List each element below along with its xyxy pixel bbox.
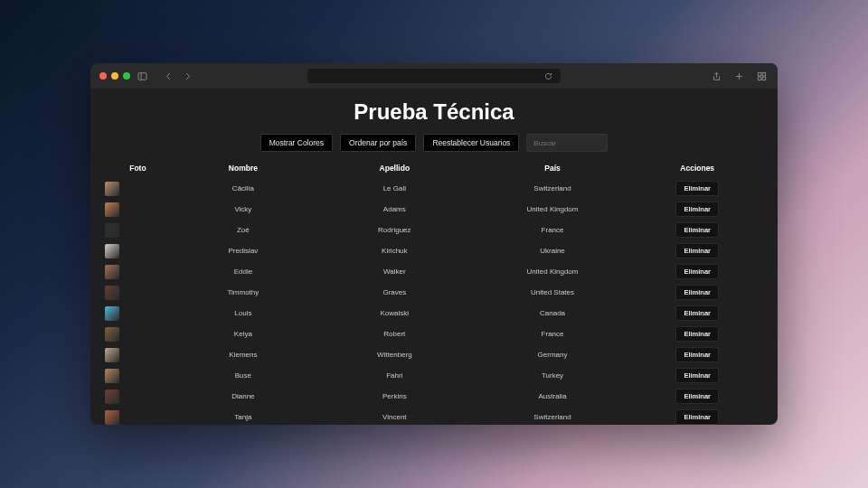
toolbar: Mostrar Colores Ordenar por país Reestab… [105, 134, 763, 152]
svg-rect-0 [138, 72, 146, 80]
back-button[interactable] [162, 71, 175, 81]
avatar [105, 410, 119, 425]
cell-name: Buse [171, 365, 316, 386]
avatar [105, 389, 119, 404]
avatar [105, 244, 119, 258]
header-actions: Acciones [631, 161, 763, 178]
cell-country: Canada [474, 303, 632, 324]
cell-name: Zoé [171, 220, 316, 240]
new-tab-icon[interactable] [732, 71, 746, 81]
cell-name: Cäcilia [171, 178, 316, 199]
cell-surname: Walker [316, 261, 474, 282]
avatar [105, 202, 119, 217]
avatar [105, 306, 119, 321]
share-icon[interactable] [710, 71, 723, 81]
header-country: País [474, 161, 632, 178]
avatar [105, 265, 119, 279]
delete-button[interactable]: Eliminar [675, 347, 719, 362]
table-row: BuseFahriTurkeyEliminar [105, 365, 763, 386]
table-row: KelyaRobertFranceEliminar [105, 324, 763, 344]
page-title: Prueba Técnica [105, 99, 763, 125]
table-row: CäciliaLe GallSwitzerlandEliminar [105, 178, 763, 199]
sort-by-country-button[interactable]: Ordenar por país [340, 134, 416, 152]
table-row: EddieWalkerUnited KingdomEliminar [105, 261, 763, 282]
table-row: TimmothyGravesUnited StatesEliminar [105, 282, 763, 303]
delete-button[interactable]: Eliminar [675, 285, 719, 300]
table-row: TanjaVincentSwitzerlandEliminar [105, 407, 763, 425]
cell-name: Klemens [171, 344, 316, 365]
cell-name: Eddie [171, 261, 316, 282]
cell-surname: Perkins [316, 386, 474, 407]
delete-button[interactable]: Eliminar [675, 326, 719, 342]
cell-country: United Kingdom [474, 261, 632, 282]
header-name: Nombre [171, 161, 316, 178]
cell-country: Turkey [474, 365, 632, 386]
cell-country: Germany [474, 344, 632, 365]
delete-button[interactable]: Eliminar [675, 202, 719, 217]
table-row: PredislavKirichukUkraineEliminar [105, 240, 763, 261]
header-photo: Foto [105, 161, 171, 178]
users-table: Foto Nombre Apellido País Acciones Cäcil… [105, 161, 763, 425]
maximize-window-button[interactable] [123, 72, 130, 80]
sidebar-toggle-icon[interactable] [136, 71, 149, 81]
avatar [105, 348, 119, 362]
titlebar [90, 63, 778, 89]
avatar [105, 286, 119, 300]
delete-button[interactable]: Eliminar [675, 243, 719, 258]
delete-button[interactable]: Eliminar [675, 368, 719, 383]
delete-button[interactable]: Eliminar [675, 264, 719, 279]
delete-button[interactable]: Eliminar [675, 409, 719, 425]
cell-surname: Vincent [316, 407, 474, 425]
cell-surname: Graves [316, 282, 474, 303]
cell-surname: Fahri [316, 365, 474, 386]
close-window-button[interactable] [99, 72, 107, 80]
browser-window: Prueba Técnica Mostrar Colores Ordenar p… [90, 63, 778, 425]
search-input[interactable] [526, 134, 608, 152]
cell-name: Kelya [171, 324, 316, 344]
avatar [105, 182, 119, 196]
cell-country: United States [474, 282, 632, 303]
cell-country: France [474, 220, 632, 240]
cell-country: France [474, 324, 632, 344]
cell-country: Australia [474, 386, 632, 407]
cell-country: Ukraine [474, 240, 632, 261]
cell-surname: Robert [316, 324, 474, 344]
table-row: VickyAdamsUnited KingdomEliminar [105, 199, 763, 220]
tabs-overview-icon[interactable] [755, 71, 769, 81]
cell-country: Switzerland [474, 178, 632, 199]
cell-surname: Adams [316, 199, 474, 220]
svg-rect-7 [762, 77, 765, 80]
cell-name: Vicky [171, 199, 316, 220]
table-row: DiannePerkinsAustraliaEliminar [105, 386, 763, 407]
table-row: ZoéRodriguezFranceEliminar [105, 220, 763, 240]
header-surname: Apellido [316, 161, 474, 178]
cell-name: Timmothy [171, 282, 316, 303]
delete-button[interactable]: Eliminar [675, 305, 719, 321]
cell-country: United Kingdom [474, 199, 632, 220]
svg-rect-5 [762, 72, 765, 75]
avatar [105, 327, 119, 342]
show-colors-button[interactable]: Mostrar Colores [260, 134, 333, 152]
reload-icon[interactable] [542, 71, 555, 81]
avatar [105, 223, 119, 238]
cell-surname: Rodriguez [316, 220, 474, 240]
delete-button[interactable]: Eliminar [675, 389, 719, 404]
svg-rect-4 [758, 72, 760, 75]
delete-button[interactable]: Eliminar [675, 222, 719, 238]
page-content: Prueba Técnica Mostrar Colores Ordenar p… [90, 89, 778, 425]
address-bar[interactable] [307, 69, 561, 83]
avatar [105, 369, 119, 383]
table-row: KlemensWittenbergGermanyEliminar [105, 344, 763, 365]
delete-button[interactable]: Eliminar [675, 181, 719, 196]
cell-country: Switzerland [474, 407, 632, 425]
window-controls [99, 72, 130, 80]
reset-users-button[interactable]: Reestablecer Usuarios [423, 134, 519, 152]
cell-surname: Kirichuk [316, 240, 474, 261]
cell-name: Dianne [171, 386, 316, 407]
svg-rect-6 [758, 77, 760, 80]
cell-surname: Le Gall [316, 178, 474, 199]
cell-surname: Wittenberg [316, 344, 474, 365]
cell-name: Tanja [171, 407, 316, 425]
forward-button[interactable] [181, 71, 194, 81]
minimize-window-button[interactable] [111, 72, 118, 80]
